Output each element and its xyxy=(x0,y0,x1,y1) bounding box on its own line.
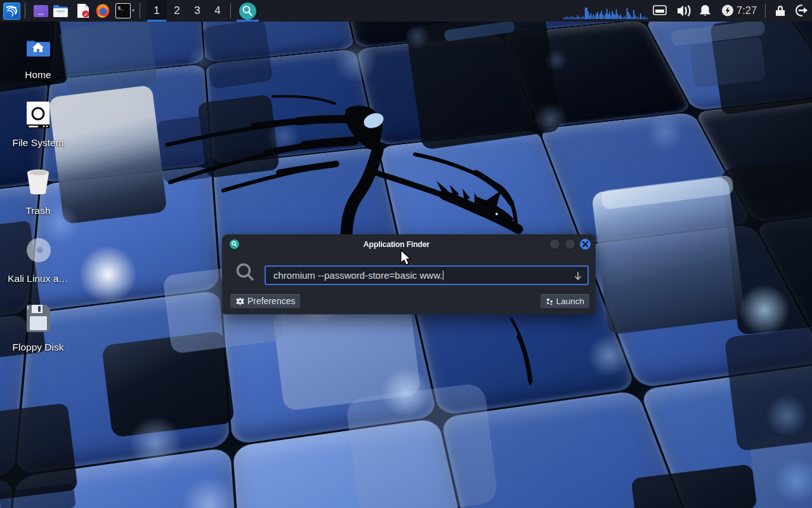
svg-text:$_: $_ xyxy=(118,5,124,11)
svg-text:7:27: 7:27 xyxy=(737,4,757,16)
